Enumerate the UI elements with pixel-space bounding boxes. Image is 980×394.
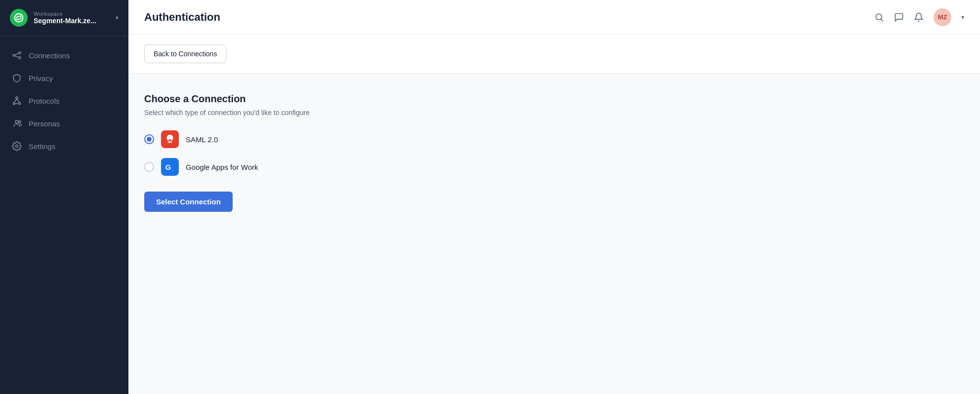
page-title: Authentication [144,11,220,24]
page-header: Authentication MZ ▾ [128,0,980,35]
workspace-label: Workspace [34,11,96,17]
choose-connection-section: Choose a Connection Select which type of… [128,74,980,232]
workspace-selector[interactable]: Workspace Segment-Mark.ze... ▾ [0,0,128,36]
sidebar-item-privacy-label: Privacy [29,74,53,82]
connections-icon [12,50,22,60]
svg-text:G: G [165,163,171,171]
svg-point-0 [15,14,23,22]
sidebar-item-privacy[interactable]: Privacy [0,67,128,89]
choose-subtitle: Select which type of connection you'd li… [144,109,964,117]
svg-line-16 [881,19,883,21]
messages-button[interactable] [894,12,904,22]
svg-line-5 [15,56,19,57]
settings-icon [12,141,22,151]
svg-point-3 [19,57,21,59]
svg-point-14 [16,145,18,148]
google-icon: G [161,158,179,176]
sidebar-item-connections[interactable]: Connections [0,44,128,67]
connection-option-saml[interactable]: SAML 2.0 [144,130,964,148]
brand-logo [10,9,28,27]
header-actions: MZ ▾ [874,8,964,26]
svg-point-2 [19,52,21,54]
google-label: Google Apps for Work [186,163,258,171]
sidebar-item-protocols-label: Protocols [29,97,60,105]
connection-option-google[interactable]: G Google Apps for Work [144,158,964,176]
sidebar-item-settings[interactable]: Settings [0,135,128,158]
sidebar-navigation: Connections Privacy Protocols [0,36,128,394]
svg-line-9 [14,99,17,103]
choose-title: Choose a Connection [144,93,964,105]
sidebar-item-personas-label: Personas [29,119,60,128]
avatar[interactable]: MZ [934,8,951,26]
bell-icon [914,12,924,22]
saml-radio[interactable] [144,134,154,144]
select-connection-label: Select Connection [156,197,221,206]
sidebar: Workspace Segment-Mark.ze... ▾ Connectio… [0,0,128,394]
select-connection-button[interactable]: Select Connection [144,192,233,212]
search-button[interactable] [874,12,884,22]
svg-line-10 [17,99,20,103]
svg-point-12 [15,120,18,123]
svg-point-13 [19,121,21,123]
saml-label: SAML 2.0 [186,135,218,144]
workspace-name: Segment-Mark.ze... [34,17,96,25]
sidebar-item-settings-label: Settings [29,142,55,151]
sidebar-item-protocols[interactable]: Protocols [0,89,128,112]
protocols-icon [12,96,22,106]
back-to-connections-button[interactable]: Back to Connections [144,44,226,63]
search-icon [874,12,884,22]
main-content: Authentication MZ ▾ [128,0,980,394]
personas-icon [12,118,22,128]
sidebar-item-personas[interactable]: Personas [0,112,128,135]
notifications-button[interactable] [914,12,924,22]
svg-point-8 [19,103,21,105]
privacy-icon [12,73,22,83]
back-bar: Back to Connections [128,35,980,74]
svg-point-6 [16,97,18,99]
google-radio[interactable] [144,162,154,172]
svg-point-7 [13,103,15,105]
svg-line-4 [15,53,19,55]
back-button-label: Back to Connections [154,50,217,58]
svg-point-1 [13,54,15,56]
avatar-chevron-icon[interactable]: ▾ [961,14,964,21]
sidebar-item-connections-label: Connections [29,51,70,60]
content-area: Back to Connections Choose a Connection … [128,35,980,394]
saml-icon [161,130,179,148]
workspace-chevron-icon: ▾ [116,14,119,21]
messages-icon [894,12,904,22]
